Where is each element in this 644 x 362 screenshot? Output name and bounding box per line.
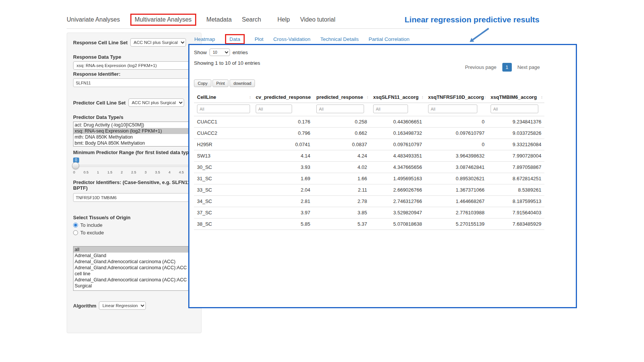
sort-icon[interactable]: ↕ <box>310 95 312 99</box>
filter-input-cv-predicted-response[interactable] <box>256 105 292 113</box>
cv-predicted-response-cell: 2.81 <box>253 196 313 207</box>
nav-help[interactable]: Help <box>277 16 290 23</box>
response-data-type-select[interactable]: xsq: RNA-seq Expression (log2 FPKM+1) <box>73 61 195 70</box>
xsqtnfrsf10d-cell: 0.895302621 <box>425 173 488 184</box>
nav-univariate-analyses[interactable]: Univariate Analyses <box>67 16 120 23</box>
cellline-cell: 37_SC <box>194 207 253 218</box>
response-identifier-input[interactable] <box>73 78 189 87</box>
xsqtmbim6-cell: 9.234841376 <box>488 116 544 128</box>
xsqtnfrsf10d-cell: 1.367371066 <box>425 184 488 196</box>
xsqtmbim6-cell: 8.5389261 <box>488 184 544 196</box>
annotation-title: Linear regression predictive results <box>405 15 539 24</box>
tissue-exclude-radio[interactable] <box>73 230 78 235</box>
cellline-cell: SW13 <box>194 150 253 162</box>
sort-icon[interactable]: ↕ <box>249 95 252 99</box>
predicted-response-cell: 4.02 <box>313 162 370 173</box>
cellline-cell: 34_SC <box>194 196 253 207</box>
slider-track[interactable] <box>73 165 194 167</box>
cellline-cell: 38_SC <box>194 218 253 230</box>
xsqtmbim6-cell: 8.672814251 <box>488 173 544 184</box>
entries-label: entries <box>233 50 248 55</box>
page-number-button[interactable]: 1 <box>502 63 512 72</box>
slider-tick-label: 4 <box>169 170 170 174</box>
filter-input-xsqtnfrsf10d[interactable] <box>428 105 477 113</box>
predictor-identifiers-label: Predictor Identifiers: (Case-Sensitive, … <box>73 179 195 191</box>
xsqslfn11-cell: 5.070818638 <box>370 218 425 230</box>
slider-tick-label: 2.5 <box>131 170 136 174</box>
tab-heatmap[interactable]: Heatmap <box>194 36 215 42</box>
predicted-response-cell: 0.662 <box>313 128 370 139</box>
list-item[interactable]: Adrenal_Gland:Adrenocortical carcinoma (… <box>73 277 195 289</box>
table-header-row: CellLine↕ cv_predicted_response↕ predict… <box>194 92 544 103</box>
column-header-xsqtmbim6[interactable]: xsqTMBIM6_accorg↕ <box>488 92 544 103</box>
cellline-cell: 30_SC <box>194 162 253 173</box>
filter-input-predicted-response[interactable] <box>316 105 364 113</box>
table-row: CUACC2 0.796 0.662 0.163498732 0.0976107… <box>194 128 544 139</box>
response-cell-line-set-select[interactable]: ACC NCI plus Surgical <box>130 38 186 47</box>
xsqslfn11-cell: 1.495695163 <box>370 173 425 184</box>
sort-icon[interactable]: ↕ <box>484 95 486 99</box>
tab-data[interactable]: Data <box>225 34 245 44</box>
filter-input-xsqslfn11[interactable] <box>373 105 408 113</box>
predicted-response-cell: 1.66 <box>313 173 370 184</box>
algorithm-select[interactable]: Linear Regression <box>99 301 146 310</box>
nav-video-tutorial[interactable]: Video tutorial <box>300 16 335 23</box>
list-item[interactable]: Adrenal_Gland <box>73 253 195 259</box>
print-button[interactable]: Print <box>213 80 229 87</box>
xsqslfn11-cell: 0.097610797 <box>370 139 425 150</box>
tab-technical-details[interactable]: Technical Details <box>320 36 359 42</box>
list-item[interactable]: act: Drug Activity (-log10[IC50M]) <box>73 122 195 128</box>
page-length-select[interactable]: 10 <box>209 48 230 56</box>
slider-tick-label: 0 <box>73 170 75 174</box>
nav-metadata[interactable]: Metadata <box>206 16 232 23</box>
xsqslfn11-cell: 3.529820947 <box>370 207 425 218</box>
list-item[interactable]: Adrenal_Gland:Adrenocortical carcinoma (… <box>73 265 195 277</box>
pagination: Previous page 1 Next page <box>461 62 544 72</box>
response-identifier-label: Response Identifier: <box>73 71 120 77</box>
xsqtnfrsf10d-cell: 2.776103988 <box>425 207 488 218</box>
column-header-cellline[interactable]: CellLine↕ <box>194 92 253 103</box>
xsqtnfrsf10d-cell: 0.097610797 <box>425 128 488 139</box>
slider-tick-label: 2 <box>121 170 123 174</box>
previous-page-button[interactable]: Previous page <box>461 62 500 72</box>
column-header-xsqslfn11[interactable]: xsqSLFN11_accorg↕ <box>370 92 425 103</box>
annotation-arrow-icon <box>465 27 492 45</box>
sort-icon[interactable]: ↕ <box>367 95 369 99</box>
response-cell-line-set-label: Response Cell Line Set <box>73 40 128 45</box>
table-row: H295R 0.0741 0.0837 0.097610797 0 9.3321… <box>194 139 544 150</box>
list-item[interactable]: xsq: RNA-seq Expression (log2 FPKM+1) <box>73 128 195 134</box>
list-item[interactable]: bmt: Body DNA 850K Methylation <box>73 140 195 146</box>
cv-predicted-response-cell: 4.14 <box>253 150 313 162</box>
copy-button[interactable]: Copy <box>194 80 211 87</box>
sort-icon[interactable]: ↕ <box>422 95 424 99</box>
slider-tick-label: 3 <box>145 170 147 174</box>
tissue-include-radio[interactable] <box>73 223 78 228</box>
list-item[interactable]: all <box>73 247 195 253</box>
filter-input-cellline[interactable] <box>197 105 250 113</box>
list-item[interactable]: Adrenal_Gland:Adrenocortical carcinoma (… <box>73 259 195 265</box>
column-header-xsqtnfrsf10d[interactable]: xsqTNFRSF10D_accorg↕ <box>425 92 488 103</box>
predictor-cell-line-set-select[interactable]: ACC NCI plus Surgical <box>128 98 184 107</box>
column-header-cv-predicted-response[interactable]: cv_predicted_response↕ <box>253 92 313 103</box>
next-page-button[interactable]: Next page <box>514 62 544 72</box>
predictor-identifiers-input[interactable] <box>73 193 189 202</box>
xsqtnfrsf10d-cell: 3.964398632 <box>425 150 488 162</box>
tab-plot[interactable]: Plot <box>255 36 263 42</box>
algorithm-label: Algorithm <box>73 303 96 309</box>
response-data-type-label: Response Data Type <box>73 54 121 60</box>
sort-icon[interactable]: ↕ <box>541 95 543 99</box>
predicted-response-cell: 0.258 <box>313 116 370 128</box>
list-item[interactable]: mth: DNA 850K Methylation <box>73 134 195 140</box>
download-button[interactable]: download <box>230 80 255 87</box>
tab-cross-validation[interactable]: Cross-Validation <box>274 36 311 42</box>
nav-search[interactable]: Search <box>242 16 261 23</box>
slider-tick-label: 3.5 <box>155 170 160 174</box>
slider-handle[interactable] <box>72 162 79 169</box>
top-navigation: Univariate Analyses Multivariate Analyse… <box>67 14 430 29</box>
min-predictor-range-slider: 0 5 0 0.5 1 1.5 2 2.5 3 <box>73 158 194 177</box>
column-header-predicted-response[interactable]: predicted_response↕ <box>313 92 370 103</box>
tab-partial-correlation[interactable]: Partial Correlation <box>369 36 410 42</box>
nav-multivariate-analyses[interactable]: Multivariate Analyses <box>130 14 196 26</box>
filter-input-xsqtmbim6[interactable] <box>491 105 538 113</box>
cv-predicted-response-cell: 3.97 <box>253 207 313 218</box>
